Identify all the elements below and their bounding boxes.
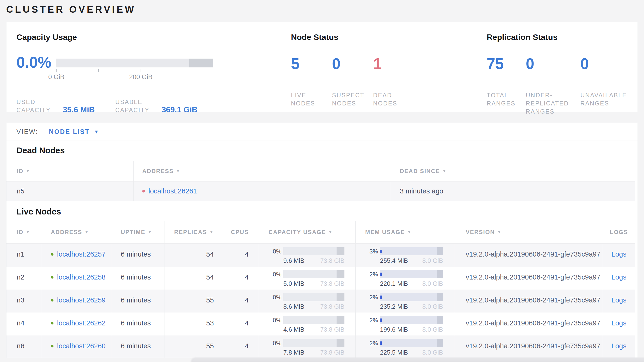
live-header-address[interactable]: ADDRESS ▼ xyxy=(41,221,111,243)
capacity-usage-bar xyxy=(283,339,344,347)
mem-total-value: 8.0 GiB xyxy=(422,280,443,287)
mem-usage-bar xyxy=(380,247,443,255)
node-id: n1 xyxy=(6,244,41,267)
node-uptime: 6 minutes xyxy=(111,267,164,290)
sort-arrow-icon: ▼ xyxy=(497,230,502,235)
live-header-version[interactable]: VERSION ▼ xyxy=(454,221,603,243)
mem-used-value: 255.4 MiB xyxy=(380,257,408,264)
sort-arrow-icon: ▼ xyxy=(26,169,30,173)
dead-node-row: n5 localhost:26261 3 minutes ago xyxy=(6,182,635,201)
node-logs-link[interactable]: Logs xyxy=(612,250,626,258)
node-live-status-icon xyxy=(51,322,54,324)
capacity-total-value: 73.8 GiB xyxy=(320,280,344,287)
live-node-row: n1 localhost:26257 6 minutes 54 4 0% 9.6… xyxy=(6,244,635,267)
unavailable-ranges-stat: 0 UNAVAILABLE RANGES xyxy=(580,55,640,115)
suspect-nodes-stat: 0 SUSPECT NODES xyxy=(332,55,373,107)
nodes-panel: VIEW: NODE LIST ▼ Dead Nodes ID ▼ ADDRES… xyxy=(6,123,638,358)
dead-nodes-header-row: ID ▼ ADDRESS ▼ DEAD SINCE ▼ xyxy=(6,161,635,182)
node-mem-usage-cell: 2% 199.6 MiB 8.0 GiB xyxy=(356,312,454,335)
node-address-link[interactable]: localhost:26257 xyxy=(57,250,106,258)
node-logs-link[interactable]: Logs xyxy=(612,296,626,304)
used-capacity-stat: USED CAPACITY 35.6 MiB xyxy=(16,98,95,114)
live-nodes-body: n1 localhost:26257 6 minutes 54 4 0% 9.6… xyxy=(6,244,635,358)
usable-capacity-value: 369.1 GiB xyxy=(162,105,198,114)
unavailable-label: UNAVAILABLE RANGES xyxy=(580,91,636,107)
capacity-used-value: 4.6 MiB xyxy=(283,326,304,333)
node-mem-usage-cell: 2% 235.2 MiB 8.0 GiB xyxy=(356,290,454,312)
node-version: v19.2.0-alpha.20190606-2491-gfe735c9a97 xyxy=(454,312,603,335)
live-header-logs: LOGS xyxy=(603,221,635,243)
live-nodes-table: ID ▼ ADDRESS ▼ UPTIME ▼ REPLICAS ▼ CPUS xyxy=(6,221,635,358)
sort-arrow-icon: ▼ xyxy=(209,230,214,235)
dead-header-dead-since[interactable]: DEAD SINCE ▼ xyxy=(390,161,635,181)
axis-tick-label: 0 GiB xyxy=(48,73,64,81)
node-address-link[interactable]: localhost:26260 xyxy=(57,342,106,350)
capacity-percent: 0% xyxy=(269,294,283,301)
node-version: v19.2.0-alpha.20190606-2491-gfe735c9a97 xyxy=(454,290,603,312)
sort-arrow-icon: ▼ xyxy=(407,230,412,235)
usable-capacity-label: USABLE CAPACITY xyxy=(115,98,154,114)
dead-header-address[interactable]: ADDRESS ▼ xyxy=(134,161,390,181)
mem-total-value: 8.0 GiB xyxy=(422,349,443,356)
mem-percent: 3% xyxy=(366,248,380,255)
node-address-link[interactable]: localhost:26258 xyxy=(57,273,106,281)
live-nodes-heading: Live Nodes xyxy=(16,206,638,217)
capacity-used-value: 8.6 MiB xyxy=(283,303,304,310)
replication-stats: 75 TOTAL RANGES 0 UNDER-REPLICATED RANGE… xyxy=(487,55,640,115)
node-address-link[interactable]: localhost:26262 xyxy=(57,319,106,327)
sort-arrow-icon: ▼ xyxy=(84,230,89,235)
mem-total-value: 8.0 GiB xyxy=(422,303,443,310)
usable-capacity-stat: USABLE CAPACITY 369.1 GiB xyxy=(115,98,198,114)
node-uptime: 6 minutes xyxy=(111,244,164,267)
suspect-nodes-label: SUSPECT NODES xyxy=(332,91,368,107)
capacity-usage-bar xyxy=(283,316,344,324)
mem-used-value: 220.1 MiB xyxy=(380,280,408,287)
dead-node-address-link[interactable]: localhost:26261 xyxy=(148,187,197,195)
capacity-usage-bar xyxy=(283,270,344,278)
cluster-summary-card: Capacity Usage 0.0% 0 GiB 200 GiB USED C… xyxy=(6,22,638,112)
live-header-mem-usage[interactable]: MEM USAGE ▼ xyxy=(356,221,454,243)
axis-tick xyxy=(140,69,141,72)
dead-node-id: n5 xyxy=(6,182,134,201)
view-label: VIEW: xyxy=(16,128,38,136)
node-replicas: 55 xyxy=(164,335,224,358)
capacity-total-value: 73.8 GiB xyxy=(320,326,344,333)
suspect-nodes-count: 0 xyxy=(332,55,373,91)
node-cpus: 4 xyxy=(224,244,259,267)
node-logs-link[interactable]: Logs xyxy=(612,319,626,327)
mem-percent: 2% xyxy=(366,340,380,347)
mem-used-value: 225.5 MiB xyxy=(380,349,408,356)
capacity-stats: USED CAPACITY 35.6 MiB USABLE CAPACITY 3… xyxy=(16,90,255,114)
live-header-id[interactable]: ID ▼ xyxy=(6,221,41,243)
chevron-down-icon: ▼ xyxy=(94,129,99,135)
node-mem-usage-cell: 2% 225.5 MiB 8.0 GiB xyxy=(356,335,454,358)
node-address-cell: localhost:26262 xyxy=(41,312,111,335)
node-replicas: 54 xyxy=(164,244,224,267)
node-live-status-icon xyxy=(51,276,54,279)
node-cpus: 4 xyxy=(224,290,259,312)
live-header-cpus[interactable]: CPUS xyxy=(224,221,259,243)
node-logs-cell: Logs xyxy=(603,244,635,267)
dead-nodes-label: DEAD NODES xyxy=(373,91,402,107)
cluster-overview-page: CLUSTER OVERVIEW Capacity Usage 0.0% 0 G… xyxy=(0,0,644,362)
node-cpus: 4 xyxy=(224,267,259,290)
node-address-link[interactable]: localhost:26259 xyxy=(57,296,106,304)
node-logs-link[interactable]: Logs xyxy=(612,342,626,350)
capacity-total-value: 73.8 GiB xyxy=(320,257,344,264)
live-header-uptime[interactable]: UPTIME ▼ xyxy=(111,221,164,243)
capacity-usage-section: Capacity Usage 0.0% 0 GiB 200 GiB USED C… xyxy=(16,32,284,42)
mem-usage-fill xyxy=(380,341,382,345)
mem-percent: 2% xyxy=(366,294,380,301)
node-logs-link[interactable]: Logs xyxy=(612,273,626,281)
live-header-replicas[interactable]: REPLICAS ▼ xyxy=(164,221,224,243)
capacity-usage-bar xyxy=(283,293,344,301)
node-capacity-usage-cell: 0% 8.6 MiB 73.8 GiB xyxy=(259,290,356,312)
live-header-capacity-usage[interactable]: CAPACITY USAGE ▼ xyxy=(259,221,356,243)
node-status-section: Node Status 5 LIVE NODES 0 SUSPECT NODES… xyxy=(291,32,496,107)
mem-usage-fill xyxy=(380,295,382,299)
axis-tick xyxy=(183,69,183,72)
live-nodes-count: 5 xyxy=(291,55,332,91)
view-selector-dropdown[interactable]: NODE LIST ▼ xyxy=(49,128,99,136)
dead-header-id[interactable]: ID ▼ xyxy=(6,161,134,181)
mem-usage-bar xyxy=(380,270,443,278)
